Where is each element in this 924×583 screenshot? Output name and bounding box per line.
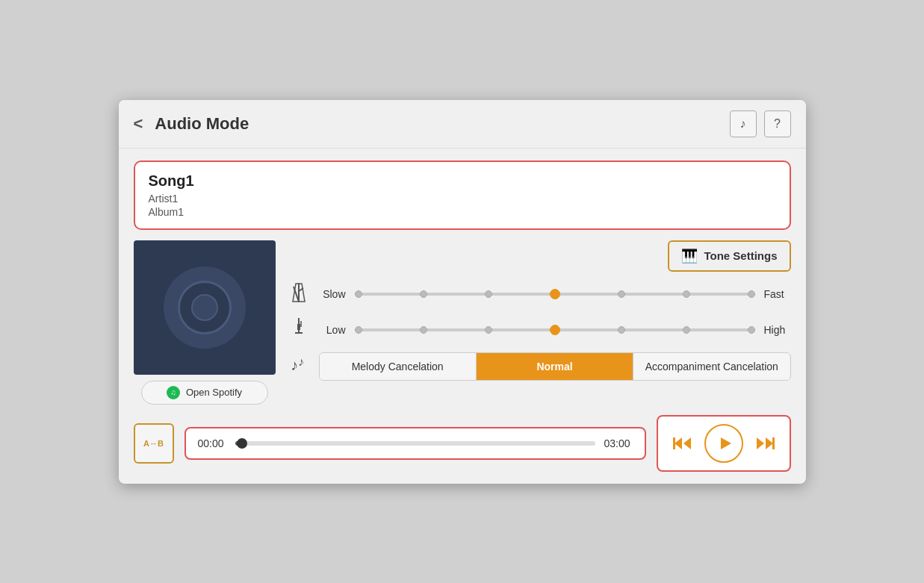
header: < Audio Mode ♪ ? — [119, 100, 806, 149]
vinyl-mid — [178, 281, 232, 334]
progress-bar-container: 00:00 03:00 — [185, 427, 646, 460]
tone-settings-icon: 🎹 — [681, 248, 698, 264]
total-time: 03:00 — [604, 437, 633, 449]
vocal-row: ♪ ♪ Melody Cancelation Normal Accompanim… — [288, 352, 791, 381]
svg-marker-16 — [766, 437, 773, 449]
svg-rect-17 — [772, 437, 775, 449]
header-icons: ♪ ? — [730, 110, 791, 137]
tone-settings-button[interactable]: 🎹 Tone Settings — [668, 240, 790, 272]
song-title: Song1 — [149, 172, 776, 190]
pitch-dot-6 — [683, 326, 690, 334]
svg-text:♪: ♪ — [291, 357, 298, 373]
previous-button[interactable] — [672, 432, 694, 455]
page-title: Audio Mode — [155, 114, 729, 134]
pitch-row: Low — [288, 317, 791, 343]
pitch-dot-2 — [420, 326, 427, 334]
svg-rect-7 — [297, 324, 300, 330]
middle-section: ♫ Open Spotify 🎹 Tone Settings — [134, 240, 791, 405]
next-button[interactable] — [754, 432, 776, 455]
tempo-dot-3 — [485, 290, 492, 298]
vocal-option-melody[interactable]: Melody Cancelation — [320, 353, 477, 380]
tempo-slow-label: Slow — [319, 288, 346, 300]
song-info-box: Song1 Artist1 Album1 — [134, 160, 791, 230]
music-icon-button[interactable]: ♪ — [730, 110, 757, 137]
pitch-dot-7 — [748, 326, 755, 334]
svg-text:♪: ♪ — [298, 355, 304, 368]
pitch-dot-3 — [485, 326, 492, 334]
help-icon: ? — [774, 117, 781, 131]
tempo-slider[interactable] — [355, 285, 755, 303]
tempo-icon — [288, 281, 310, 308]
svg-marker-12 — [683, 437, 691, 449]
tempo-dot-1 — [355, 290, 362, 298]
spotify-label: Open Spotify — [186, 387, 242, 398]
tempo-dot-7 — [748, 290, 755, 298]
tone-settings-label: Tone Settings — [704, 249, 777, 262]
help-icon-button[interactable]: ? — [764, 110, 791, 137]
progress-thumb — [237, 438, 247, 449]
svg-marker-11 — [675, 437, 682, 449]
spotify-icon: ♫ — [167, 386, 180, 399]
vocal-selector: Melody Cancelation Normal Accompaniment … — [319, 352, 791, 381]
pitch-dot-4 — [550, 325, 560, 335]
tempo-dot-4 — [550, 289, 560, 299]
tempo-row: Slow — [288, 281, 791, 308]
song-album: Album1 — [149, 206, 776, 218]
current-time: 00:00 — [198, 437, 226, 449]
playback-controls — [657, 415, 791, 472]
app-container: < Audio Mode ♪ ? Song1 Artist1 Album1 — [119, 100, 806, 484]
vinyl-inner — [191, 294, 218, 321]
play-button[interactable] — [704, 424, 743, 463]
left-panel: ♫ Open Spotify — [134, 240, 276, 405]
pitch-high-label: High — [764, 324, 791, 336]
song-artist: Artist1 — [149, 193, 776, 205]
tempo-dot-6 — [683, 290, 690, 298]
spotify-button[interactable]: ♫ Open Spotify — [141, 381, 268, 405]
pitch-icon — [288, 317, 310, 343]
back-button[interactable]: < — [134, 114, 143, 134]
svg-marker-14 — [721, 437, 731, 449]
vinyl-outer — [164, 266, 246, 349]
vocal-icon: ♪ ♪ — [288, 354, 310, 378]
ab-button[interactable]: A↔B — [134, 423, 174, 464]
controls-panel: 🎹 Tone Settings — [288, 240, 791, 405]
progress-track[interactable] — [235, 441, 595, 446]
vocal-option-accompaniment[interactable]: Accompaniment Cancelation — [633, 353, 790, 380]
pitch-dot-1 — [355, 326, 362, 334]
svg-marker-15 — [757, 437, 764, 449]
vocal-option-normal[interactable]: Normal — [477, 353, 633, 380]
album-art — [134, 240, 276, 375]
main-content: Song1 Artist1 Album1 ♫ Open Spotify — [119, 149, 806, 484]
svg-marker-3 — [299, 284, 305, 302]
tempo-dot-5 — [618, 290, 625, 298]
music-icon: ♪ — [740, 117, 746, 131]
bottom-section: A↔B 00:00 03:00 — [134, 415, 791, 472]
tempo-fast-label: Fast — [764, 288, 791, 300]
svg-rect-13 — [673, 437, 675, 449]
pitch-slider[interactable] — [355, 321, 755, 339]
tempo-dot-2 — [420, 290, 427, 298]
pitch-dot-5 — [618, 326, 625, 334]
pitch-low-label: Low — [319, 324, 346, 336]
